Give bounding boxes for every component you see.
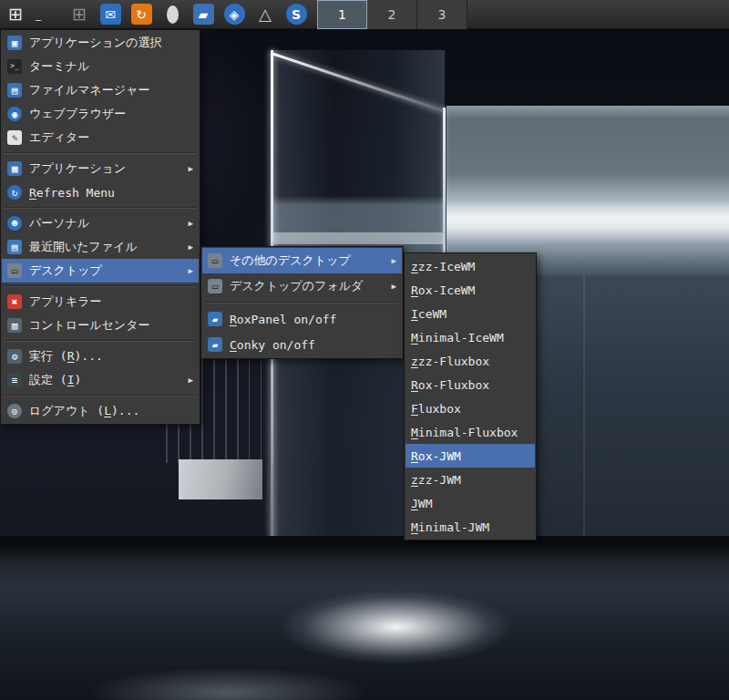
grid-icon: [8, 5, 23, 23]
terminal-icon: >_: [7, 59, 22, 74]
launcher-mail[interactable]: ✉: [98, 3, 122, 26]
other-desktops-submenu-item-7[interactable]: Minimal-Fluxbox: [406, 420, 535, 444]
menu-item-label: JWM: [411, 497, 529, 510]
other-desktops-submenu-item-4[interactable]: zzz-Fluxbox: [406, 349, 535, 373]
menu-item-label: Refresh Menu: [29, 186, 193, 200]
run-icon: ⚙: [7, 349, 22, 364]
launcher-graphics[interactable]: △: [253, 3, 277, 26]
root-menu-item-14[interactable]: ▥コントロールセンター: [2, 314, 199, 337]
folder-icon: ▰: [208, 337, 222, 352]
root-menu-item-11[interactable]: ▭デスクトップ▶: [2, 259, 199, 283]
dark-grid-icon: ⊞: [69, 4, 90, 25]
submenu-arrow-icon: ▶: [189, 242, 193, 252]
app-killer-icon: ✖: [7, 294, 22, 309]
desktop-icon: ▭: [7, 263, 22, 278]
root-menu-item-3[interactable]: ◉ウェブブラウザー: [2, 102, 199, 126]
workspace-button-2[interactable]: 2: [367, 0, 417, 29]
menu-item-label: アプリキラー: [29, 293, 193, 310]
launcher-web-browser[interactable]: ◈: [222, 3, 246, 26]
app-select-icon: ▣: [7, 36, 22, 50]
root-menu-item-10[interactable]: ▤最近開いたファイル▶: [2, 235, 199, 259]
compass-icon: ◈: [224, 4, 245, 25]
desktop-submenu-item-4[interactable]: ▰Conky on/off: [202, 332, 402, 357]
desktop-submenu-item-1[interactable]: ▭デスクトップのフォルダ▶: [202, 273, 402, 299]
other-desktops-submenu-item-2[interactable]: IceWM: [406, 302, 535, 325]
file-manager-icon: ▤: [7, 83, 22, 98]
menu-item-label: RoxPanel on/off: [230, 313, 396, 326]
other-desktops-submenu-item-10[interactable]: JWM: [406, 491, 535, 515]
launcher-mouse-settings[interactable]: [160, 3, 184, 26]
workspace-button-1[interactable]: 1: [317, 0, 367, 29]
wallpaper-reflective-floor: [0, 536, 729, 700]
menu-separator: [5, 285, 196, 287]
root-menu-item-19[interactable]: ⊙ログアウト (L)...: [2, 399, 199, 423]
menu-item-label: ファイルマネージャー: [29, 82, 193, 98]
personal-icon: ☻: [7, 216, 22, 231]
other-desktops-submenu-item-9[interactable]: zzz-JWM: [406, 468, 535, 491]
menu-item-label: 最近開いたファイル: [29, 239, 176, 255]
other-desktops-submenu-item-11[interactable]: Minimal-JWM: [406, 515, 535, 539]
launcher-sync[interactable]: ↻: [129, 3, 153, 26]
menu-separator: [5, 395, 196, 396]
launcher-app-grid[interactable]: ⊞: [67, 3, 91, 26]
root-menu-item-0[interactable]: ▣アプリケーションの選択: [2, 31, 199, 55]
applications-icon: ▦: [7, 161, 22, 176]
root-menu-item-6[interactable]: ▦アプリケーション▶: [2, 157, 199, 180]
launcher-file-manager[interactable]: ▰: [191, 3, 215, 26]
menu-item-label: アプリケーション: [29, 160, 176, 177]
menu-item-label: エディター: [29, 129, 193, 146]
menu-separator: [5, 152, 196, 154]
sync-icon: ↻: [131, 4, 152, 25]
desktop-icon: ▭: [208, 253, 222, 268]
menu-item-label: Rox-IceWM: [411, 283, 529, 297]
submenu-arrow-icon: ▶: [189, 266, 193, 275]
menu-button[interactable]: [0, 0, 31, 29]
menu-item-label: デスクトップのフォルダ: [230, 278, 379, 294]
other-desktops-submenu-item-3[interactable]: Minimal-IceWM: [406, 325, 535, 349]
menu-separator: [5, 207, 196, 209]
submenu-arrow-icon: ▶: [189, 376, 193, 385]
workspace-button-3[interactable]: 3: [417, 0, 467, 29]
other-desktops-submenu-item-6[interactable]: Fluxbox: [406, 396, 535, 420]
menu-item-label: 設定 (I): [29, 372, 176, 388]
menu-item-label: Minimal-Fluxbox: [411, 426, 529, 439]
folder-icon: ▰: [208, 312, 222, 326]
menu-item-label: Fluxbox: [411, 402, 529, 416]
menu-separator: [205, 302, 399, 304]
menu-item-label: Rox-JWM: [411, 449, 529, 463]
other-desktops-submenu-item-8[interactable]: Rox-JWM: [406, 444, 535, 468]
menu-item-label: zzz-IceWM: [411, 260, 529, 273]
submenu-arrow-icon: ▶: [189, 164, 193, 173]
menu-item-label: その他のデスクトップ: [230, 252, 379, 269]
root-menu-item-13[interactable]: ✖アプリキラー: [2, 290, 199, 314]
wallpaper-pedestal: [179, 459, 262, 499]
launcher-s-app[interactable]: S: [284, 3, 308, 26]
root-menu-item-1[interactable]: >_ターミナル: [2, 55, 199, 78]
root-menu-item-7[interactable]: ↻Refresh Menu: [2, 180, 199, 204]
minimize-dash-icon[interactable]: [31, 8, 46, 21]
workspace-switcher: 123: [317, 0, 467, 29]
root-menu: ▣アプリケーションの選択>_ターミナル▤ファイルマネージャー◉ウェブブラウザー✎…: [0, 29, 200, 425]
folder-icon: ▰: [193, 4, 214, 25]
menu-item-label: Minimal-IceWM: [411, 331, 529, 345]
other-desktops-submenu-item-0[interactable]: zzz-IceWM: [406, 254, 535, 278]
root-menu-item-9[interactable]: ☻パーソナル▶: [2, 211, 199, 235]
desktop-submenu-item-0[interactable]: ▭その他のデスクトップ▶: [202, 248, 402, 273]
root-menu-item-4[interactable]: ✎エディター: [2, 126, 199, 149]
root-menu-item-17[interactable]: ≡設定 (I)▶: [2, 368, 199, 392]
settings-icon: ≡: [7, 373, 22, 387]
desktop-icon: ▭: [208, 279, 222, 293]
submenu-arrow-icon: ▶: [189, 219, 193, 228]
root-menu-item-16[interactable]: ⚙実行 (R)...: [2, 345, 199, 368]
root-menu-item-2[interactable]: ▤ファイルマネージャー: [2, 78, 199, 102]
menu-item-label: パーソナル: [29, 215, 176, 232]
web-browser-icon: ◉: [7, 107, 22, 121]
other-desktops-submenu-item-1[interactable]: Rox-IceWM: [406, 278, 535, 302]
menu-item-label: IceWM: [411, 307, 529, 321]
desktop-submenu-item-3[interactable]: ▰RoxPanel on/off: [202, 306, 402, 332]
control-center-icon: ▥: [7, 318, 22, 333]
other-desktops-submenu-item-5[interactable]: Rox-Fluxbox: [406, 373, 535, 396]
taskbar: ⊞✉↻▰◈△S 123: [0, 0, 729, 29]
mail-icon: ✉: [100, 4, 121, 25]
menu-item-label: Minimal-JWM: [411, 520, 529, 534]
